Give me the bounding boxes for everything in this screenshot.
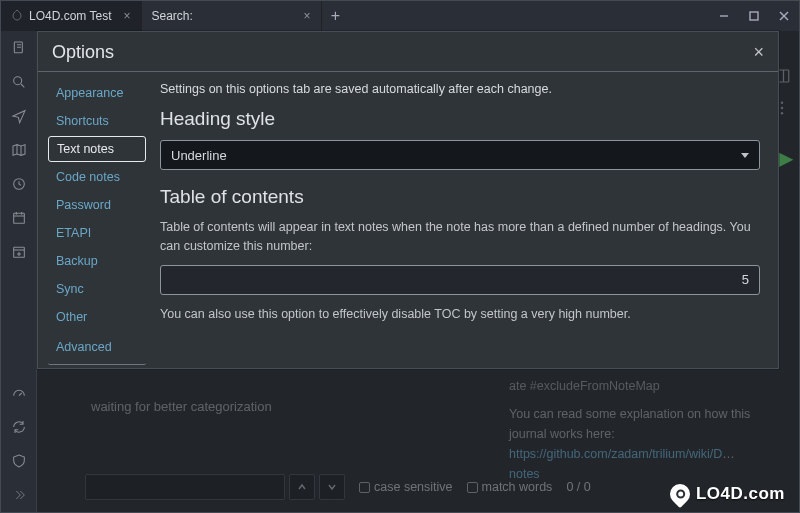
new-note-icon[interactable] — [10, 39, 28, 57]
toc-hint: You can also use this option to effectiv… — [160, 305, 760, 324]
dialog-header: Options × — [38, 32, 778, 72]
opt-appearance[interactable]: Appearance — [48, 80, 146, 106]
minimize-button[interactable] — [709, 1, 739, 31]
opt-etapi[interactable]: ETAPI — [48, 220, 146, 246]
map-icon[interactable] — [10, 141, 28, 159]
watermark-icon — [666, 480, 694, 508]
calendar-add-icon[interactable] — [10, 243, 28, 261]
leaf-icon — [11, 9, 23, 24]
sync-icon[interactable] — [10, 418, 28, 436]
search-icon[interactable] — [10, 73, 28, 91]
titlebar: LO4D.com Test × Search: × + — [1, 1, 799, 31]
tab-label: Search: — [152, 9, 193, 23]
opt-shortcuts[interactable]: Shortcuts — [48, 108, 146, 134]
toc-number-input[interactable] — [160, 265, 760, 295]
heading-style-select[interactable]: Underline — [160, 140, 760, 170]
svg-rect-8 — [13, 213, 24, 223]
opt-sync[interactable]: Sync — [48, 276, 146, 302]
opt-other[interactable]: Other — [48, 304, 146, 330]
dialog-title: Options — [52, 42, 114, 63]
opt-password[interactable]: Password — [48, 192, 146, 218]
opt-backup[interactable]: Backup — [48, 248, 146, 274]
left-rail — [1, 31, 37, 512]
watermark: LO4D.com — [670, 484, 785, 504]
gauge-icon[interactable] — [10, 384, 28, 402]
opt-code-notes[interactable]: Code notes — [48, 164, 146, 190]
tab-label: LO4D.com Test — [29, 9, 111, 23]
shield-icon[interactable] — [10, 452, 28, 470]
tab-lo4d-test[interactable]: LO4D.com Test × — [1, 1, 142, 31]
svg-point-5 — [13, 77, 21, 85]
toc-title: Table of contents — [160, 186, 760, 208]
maximize-button[interactable] — [739, 1, 769, 31]
close-icon[interactable]: × — [123, 9, 130, 23]
svg-line-16 — [19, 393, 22, 396]
options-sidebar: Appearance Shortcuts Text notes Code not… — [38, 72, 150, 364]
close-icon[interactable]: × — [303, 9, 310, 23]
toc-desc: Table of contents will appear in text no… — [160, 218, 760, 257]
history-icon[interactable] — [10, 175, 28, 193]
tab-search[interactable]: Search: × — [142, 1, 322, 31]
window-controls — [709, 1, 799, 31]
heading-style-title: Heading style — [160, 108, 760, 130]
svg-rect-1 — [750, 12, 758, 20]
opt-advanced[interactable]: Advanced — [48, 334, 146, 365]
app-window: LO4D.com Test × Search: × + — [0, 0, 800, 513]
dialog-close-button[interactable]: × — [753, 42, 764, 63]
svg-line-6 — [21, 84, 24, 87]
select-value: Underline — [171, 148, 227, 163]
opt-text-notes[interactable]: Text notes — [48, 136, 146, 162]
autosave-note: Settings on this options tab are saved a… — [160, 82, 760, 96]
options-dialog: Options × Appearance Shortcuts Text note… — [37, 31, 779, 369]
send-icon[interactable] — [10, 107, 28, 125]
close-window-button[interactable] — [769, 1, 799, 31]
new-tab-button[interactable]: + — [322, 1, 350, 31]
calendar-icon[interactable] — [10, 209, 28, 227]
options-content: Settings on this options tab are saved a… — [150, 72, 778, 364]
watermark-text: LO4D.com — [696, 484, 785, 504]
more-icon[interactable] — [10, 486, 28, 504]
